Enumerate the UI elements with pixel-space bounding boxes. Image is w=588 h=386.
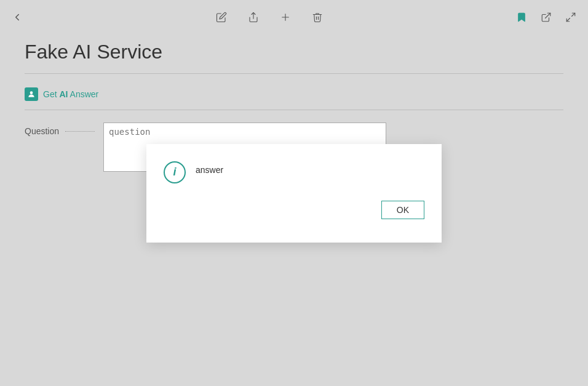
modal-footer: OK [164,201,424,219]
modal-body: i answer [164,161,424,183]
modal-overlay: i answer OK [0,0,588,386]
modal-dialog: i answer OK [146,144,442,243]
modal-message: answer [196,161,223,175]
ok-button[interactable]: OK [381,201,424,219]
info-icon: i [164,161,186,183]
